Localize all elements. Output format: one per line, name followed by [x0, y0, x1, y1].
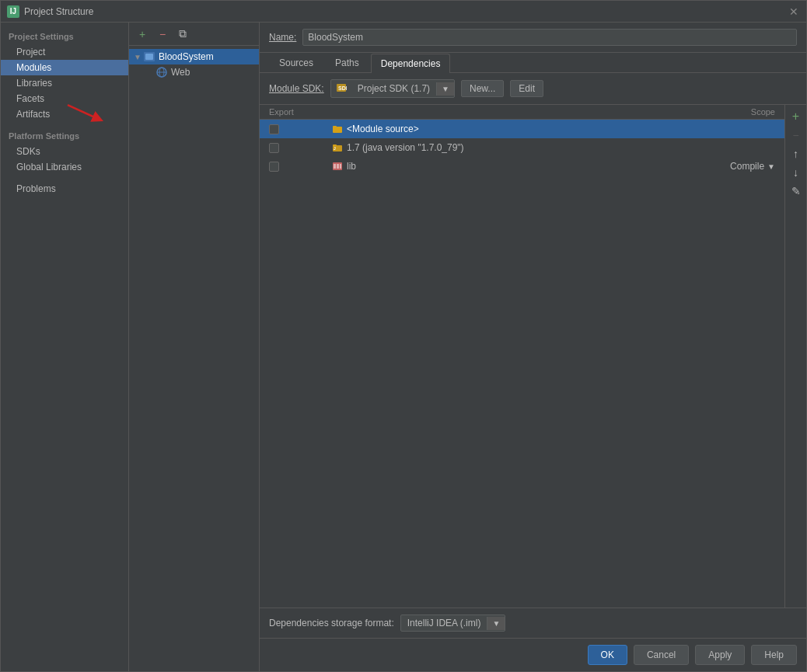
dep-name-text-java17: 1.7 (java version "1.7.0_79")	[347, 142, 464, 153]
tree-copy-button[interactable]: ⧉	[174, 26, 191, 43]
dep-checkbox-module-source[interactable]	[269, 124, 279, 134]
dep-name-text-module-source: <Module source>	[347, 124, 419, 134]
tree-node-bloodsystem[interactable]: ▼ BloodSystem	[129, 49, 259, 64]
tab-paths[interactable]: Paths	[325, 53, 369, 72]
deps-up-button[interactable]: ↑	[788, 145, 805, 162]
tree-node-web[interactable]: Web	[129, 64, 259, 80]
sidebar: Project Settings Project Modules Librari…	[1, 23, 129, 671]
dep-checkbox-java17[interactable]	[269, 143, 279, 153]
tree-remove-button[interactable]: −	[154, 26, 171, 43]
sidebar-item-project[interactable]: Project	[1, 44, 128, 60]
storage-dropdown-button[interactable]: ▼	[487, 617, 505, 630]
sidebar-item-modules[interactable]: Modules	[1, 60, 128, 75]
help-button[interactable]: Help	[751, 645, 797, 665]
module-icon	[143, 50, 155, 63]
dep-row-java17[interactable]: J 1.7 (java version "1.7.0_79")	[260, 138, 784, 157]
export-header: Export	[269, 107, 331, 117]
storage-select[interactable]: IntelliJ IDEA (.iml) ▼	[400, 615, 506, 632]
tree-node-bloodsystem-label: BloodSystem	[159, 51, 214, 62]
deps-table-area: Export Scope	[260, 105, 784, 608]
dep-name-lib: lib	[331, 160, 697, 172]
deps-add-button[interactable]: +	[788, 108, 805, 125]
dep-export-module-source	[269, 124, 331, 134]
sidebar-item-facets[interactable]: Facets	[1, 91, 128, 106]
svg-rect-13	[334, 164, 336, 169]
name-header	[331, 107, 697, 117]
dep-folder-icon	[331, 123, 344, 135]
sdk-label: Module SDK:	[269, 83, 324, 94]
dep-scope-lib: Compile ▼	[697, 161, 775, 172]
svg-text:SDK: SDK	[338, 85, 347, 91]
sdk-icon: SDK	[331, 80, 351, 97]
sidebar-item-sdks[interactable]: SDKs	[1, 144, 128, 159]
tree-content: ▼ BloodSystem	[129, 46, 259, 671]
sidebar-item-problems[interactable]: Problems	[1, 181, 128, 197]
sidebar-divider	[1, 122, 128, 128]
project-structure-window: IJ Project Structure ✕ Project Settings …	[0, 0, 807, 672]
storage-label: Dependencies storage format:	[269, 618, 394, 628]
window-title: Project Structure	[24, 6, 788, 17]
title-bar: IJ Project Structure ✕	[1, 1, 806, 23]
storage-value: IntelliJ IDEA (.iml)	[401, 615, 487, 631]
storage-format-bar: Dependencies storage format: IntelliJ ID…	[260, 608, 806, 638]
deps-area: Export Scope	[260, 105, 806, 608]
tree-add-button[interactable]: +	[134, 26, 151, 43]
right-panel: Name: Sources Paths Dependencies Module …	[260, 23, 806, 671]
deps-edit-button[interactable]: ✎	[788, 183, 805, 200]
svg-text:J: J	[334, 146, 336, 151]
tree-toolbar: + − ⧉	[129, 23, 259, 46]
dep-checkbox-lib[interactable]	[269, 162, 279, 172]
sdk-value: Project SDK (1.7)	[351, 81, 436, 96]
tab-dependencies[interactable]: Dependencies	[371, 54, 451, 73]
svg-rect-8	[333, 126, 337, 127]
web-icon	[155, 66, 168, 78]
sdk-select[interactable]: SDK Project SDK (1.7) ▼	[330, 79, 455, 98]
dep-scope-dropdown-icon[interactable]: ▼	[767, 162, 775, 171]
app-icon: IJ	[7, 5, 19, 18]
main-content: Project Settings Project Modules Librari…	[1, 23, 806, 671]
svg-rect-15	[340, 164, 341, 169]
dep-export-java17	[269, 143, 331, 153]
tab-sources[interactable]: Sources	[269, 53, 323, 72]
name-label: Name:	[269, 32, 296, 43]
ok-button[interactable]: OK	[588, 645, 627, 665]
name-row: Name:	[260, 23, 806, 53]
sdk-dropdown-button[interactable]: ▼	[436, 82, 454, 96]
deps-side-buttons: + − ↑ ↓ ✎	[784, 105, 806, 608]
sidebar-item-global-libraries[interactable]: Global Libraries	[1, 159, 128, 175]
dialog-footer: OK Cancel Apply Help	[260, 638, 806, 671]
dep-lib-icon	[331, 160, 344, 172]
deps-down-button[interactable]: ↓	[788, 164, 805, 181]
dep-row-lib[interactable]: lib Compile ▼	[260, 157, 784, 176]
edit-sdk-button[interactable]: Edit	[510, 80, 543, 97]
sidebar-divider-2	[1, 175, 128, 181]
svg-rect-1	[145, 54, 153, 60]
module-tree-panel: + − ⧉ ▼ BloodSystem	[129, 23, 260, 671]
name-input[interactable]	[302, 29, 797, 46]
dep-name-text-lib: lib	[347, 161, 356, 172]
dep-scope-lib-text: Compile	[730, 161, 764, 172]
close-button[interactable]: ✕	[788, 5, 800, 18]
dep-java-icon: J	[331, 141, 344, 154]
cancel-button[interactable]: Cancel	[634, 645, 689, 665]
svg-rect-14	[337, 164, 339, 169]
dep-name-java17: J 1.7 (java version "1.7.0_79")	[331, 141, 697, 154]
svg-rect-7	[333, 127, 342, 133]
apply-button[interactable]: Apply	[695, 645, 745, 665]
deps-remove-button[interactable]: −	[788, 127, 805, 144]
dep-name-module-source: <Module source>	[331, 123, 697, 135]
tabs-row: Sources Paths Dependencies	[260, 53, 806, 73]
deps-table-header: Export Scope	[260, 105, 784, 120]
dep-row-module-source[interactable]: <Module source>	[260, 120, 784, 138]
sidebar-item-libraries[interactable]: Libraries	[1, 75, 128, 91]
platform-settings-heading: Platform Settings	[1, 128, 128, 144]
sidebar-item-artifacts[interactable]: Artifacts	[1, 106, 128, 122]
dep-export-lib	[269, 162, 331, 172]
tree-arrow-bloodsystem: ▼	[134, 53, 143, 61]
new-sdk-button[interactable]: New...	[461, 80, 504, 97]
project-settings-heading: Project Settings	[1, 29, 128, 44]
tree-node-web-label: Web	[171, 67, 190, 78]
scope-header: Scope	[697, 107, 775, 117]
sdk-row: Module SDK: SDK Project SDK (1.7) ▼ New.…	[260, 73, 806, 105]
